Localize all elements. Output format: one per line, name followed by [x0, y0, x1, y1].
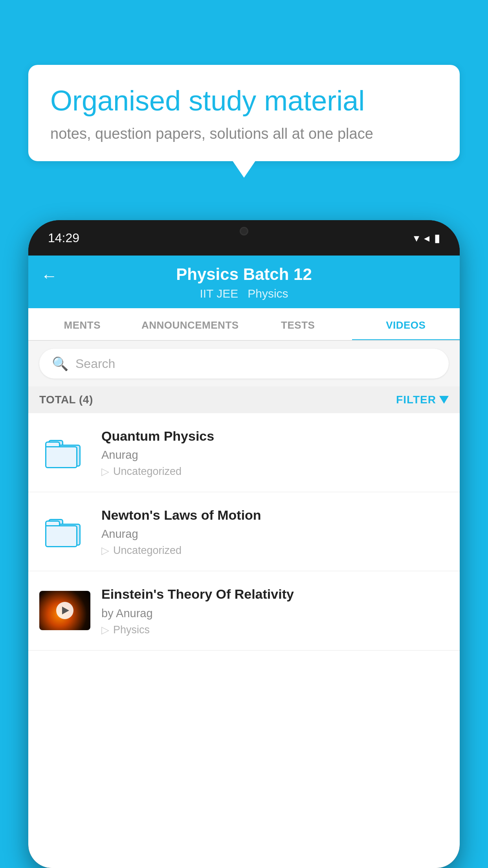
tag-iit-jee: IIT JEE [200, 287, 238, 300]
tab-announcements[interactable]: ANNOUNCEMENTS [136, 308, 244, 340]
phone-notch [213, 220, 275, 242]
folder-icon [45, 437, 84, 468]
folder-icon-wrapper [39, 437, 90, 468]
filter-icon [439, 396, 449, 404]
total-count: TOTAL (4) [39, 394, 93, 406]
video-author: Anurag [101, 528, 449, 541]
video-info: Einstein's Theory Of Relativity by Anura… [101, 585, 449, 636]
folder-icon-wrapper [39, 516, 90, 547]
search-placeholder: Search [75, 357, 115, 371]
video-category: Uncategorized [113, 544, 182, 557]
search-icon: 🔍 [52, 356, 68, 371]
video-category: Physics [113, 624, 150, 636]
video-list: Quantum Physics Anurag ▷ Uncategorized [28, 413, 460, 651]
bubble-subtitle: notes, question papers, solutions all at… [50, 125, 438, 142]
phone-camera [240, 227, 248, 235]
tab-ments[interactable]: MENTS [28, 308, 136, 340]
batch-title: Physics Batch 12 [176, 265, 312, 284]
video-author: Anurag [101, 449, 449, 462]
phone-screen: ← Physics Batch 12 IIT JEE Physics MENTS… [28, 256, 460, 868]
list-item[interactable]: Einstein's Theory Of Relativity by Anura… [28, 571, 460, 650]
tag-physics: Physics [248, 287, 288, 300]
back-button[interactable]: ← [41, 267, 57, 285]
video-title: Einstein's Theory Of Relativity [101, 585, 449, 603]
phone-frame: 14:29 ▾ ◂ ▮ ← Physics Batch 12 IIT JEE P… [28, 220, 460, 868]
status-icons: ▾ ◂ ▮ [414, 232, 440, 245]
status-time: 14:29 [48, 231, 79, 245]
video-title: Quantum Physics [101, 427, 449, 445]
video-info: Quantum Physics Anurag ▷ Uncategorized [101, 427, 449, 478]
status-bar: 14:29 ▾ ◂ ▮ [28, 220, 460, 256]
filter-bar: TOTAL (4) FILTER [28, 386, 460, 413]
video-author: by Anurag [101, 607, 449, 620]
signal-icon: ◂ [424, 232, 429, 245]
video-thumbnail [39, 591, 90, 630]
play-button[interactable] [56, 602, 73, 619]
filter-label: FILTER [396, 394, 436, 406]
video-info: Newton's Laws of Motion Anurag ▷ Uncateg… [101, 506, 449, 557]
list-item[interactable]: Newton's Laws of Motion Anurag ▷ Uncateg… [28, 492, 460, 571]
video-title: Newton's Laws of Motion [101, 506, 449, 524]
app-header: ← Physics Batch 12 IIT JEE Physics [28, 256, 460, 308]
search-bar-container: 🔍 Search [28, 341, 460, 386]
video-category: Uncategorized [113, 465, 182, 478]
tab-videos[interactable]: VIDEOS [352, 308, 460, 340]
wifi-icon: ▾ [414, 232, 419, 245]
tag-icon: ▷ [101, 544, 109, 557]
folder-front [45, 525, 77, 547]
header-tags: IIT JEE Physics [200, 287, 288, 300]
video-tag-row: ▷ Uncategorized [101, 544, 449, 557]
folder-icon [45, 516, 84, 547]
search-bar[interactable]: 🔍 Search [39, 349, 449, 379]
folder-front [45, 446, 77, 468]
filter-button[interactable]: FILTER [396, 394, 449, 406]
tag-icon: ▷ [101, 624, 109, 636]
bubble-title: Organised study material [50, 84, 438, 118]
video-tag-row: ▷ Uncategorized [101, 465, 449, 478]
tab-bar: MENTS ANNOUNCEMENTS TESTS VIDEOS [28, 308, 460, 341]
tag-icon: ▷ [101, 465, 109, 478]
video-tag-row: ▷ Physics [101, 624, 449, 636]
list-item[interactable]: Quantum Physics Anurag ▷ Uncategorized [28, 413, 460, 492]
play-icon [62, 607, 69, 614]
battery-icon: ▮ [434, 232, 440, 245]
tab-tests[interactable]: TESTS [244, 308, 352, 340]
speech-bubble: Organised study material notes, question… [28, 65, 460, 161]
